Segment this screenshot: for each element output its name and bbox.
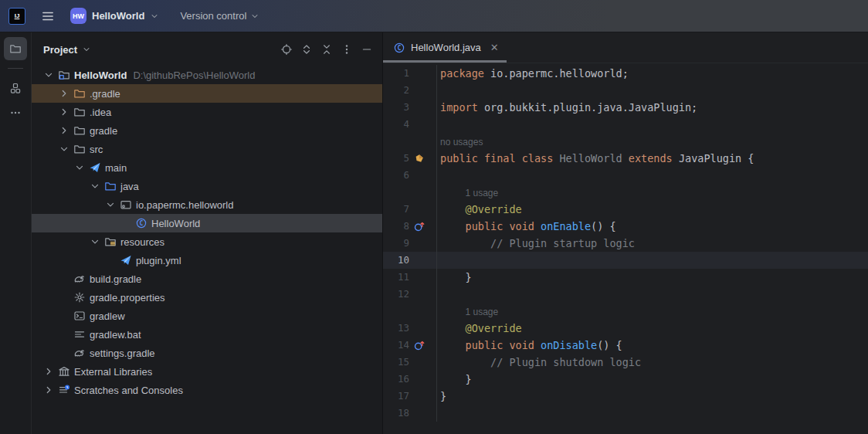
- tree-item-build-gradle[interactable]: build.gradle: [32, 270, 382, 288]
- code-line-13[interactable]: 13 @Override: [383, 320, 868, 337]
- chevron-right-icon[interactable]: [56, 106, 72, 118]
- tree-item-plugin-yml[interactable]: plugin.yml: [32, 251, 382, 270]
- chevron-down-icon[interactable]: [41, 69, 56, 81]
- inlay-hint-row[interactable]: 1 usage: [383, 303, 868, 320]
- line-number[interactable]: 9: [383, 235, 409, 252]
- gutter-gap: [428, 286, 436, 303]
- code-line-14[interactable]: 14 public void onDisable() {: [383, 337, 868, 354]
- code-line-12[interactable]: 12: [383, 286, 868, 303]
- code-line-16[interactable]: 16 }: [383, 371, 868, 388]
- tree-item-label: gradlew.bat: [90, 329, 141, 341]
- code-line-8[interactable]: 8 public void onEnable() {: [383, 218, 868, 235]
- locate-button[interactable]: [280, 43, 293, 56]
- tree-item-gradle-properties[interactable]: gradle.properties: [32, 288, 382, 307]
- line-number[interactable]: 10: [383, 252, 409, 269]
- code-line-2[interactable]: 2: [383, 82, 868, 99]
- main-area: Project HelloWorldD:\githubRePos\HelloWo…: [0, 32, 868, 434]
- line-number[interactable]: 18: [383, 405, 409, 422]
- tool-window-button-project[interactable]: [4, 37, 27, 60]
- code-line-17[interactable]: 17}: [383, 388, 868, 405]
- tree-item-idea[interactable]: .idea: [32, 103, 382, 121]
- code-editor[interactable]: 1package io.papermc.helloworld;23import …: [383, 63, 868, 434]
- code-line-7[interactable]: 7 @Override: [383, 201, 868, 218]
- code-text: [436, 167, 868, 184]
- overrides-method-gutter-icon[interactable]: [411, 218, 428, 235]
- code-line-3[interactable]: 3import org.bukkit.plugin.java.JavaPlugi…: [383, 99, 868, 116]
- tree-item-gradlew-bat[interactable]: gradlew.bat: [32, 325, 382, 344]
- code-line-1[interactable]: 1package io.papermc.helloworld;: [383, 65, 868, 82]
- tree-item-gradle[interactable]: .gradle: [32, 84, 382, 103]
- line-number[interactable]: 11: [383, 269, 409, 286]
- tree-item-gradle[interactable]: gradle: [32, 121, 382, 140]
- inlay-hint-row[interactable]: 1 usage: [383, 184, 868, 201]
- code-text: }: [436, 269, 868, 286]
- code-line-4[interactable]: 4: [383, 116, 868, 133]
- chevron-right-icon[interactable]: [41, 365, 56, 378]
- chevron-down-icon[interactable]: [72, 161, 87, 174]
- line-number[interactable]: 8: [383, 218, 409, 235]
- line-number[interactable]: 14: [383, 337, 409, 354]
- chevron-right-icon[interactable]: [41, 384, 56, 396]
- line-number[interactable]: 6: [383, 167, 409, 184]
- line-number[interactable]: 15: [383, 354, 409, 371]
- tree-item-src[interactable]: src: [32, 140, 382, 158]
- project-widget[interactable]: HW HelloWorld: [70, 8, 159, 24]
- line-number[interactable]: 12: [383, 286, 409, 303]
- overrides-method-gutter-icon[interactable]: [411, 337, 428, 354]
- line-number[interactable]: 2: [383, 82, 409, 99]
- code-line-18[interactable]: 18: [383, 405, 868, 422]
- code-line-5[interactable]: 5public final class HelloWorld extends J…: [383, 150, 868, 167]
- code-line-10[interactable]: 10: [383, 252, 868, 269]
- code-text: [436, 286, 868, 303]
- tab-helloworld-java[interactable]: C HelloWorld.java ✕: [383, 32, 507, 63]
- line-number[interactable]: 17: [383, 388, 409, 405]
- chevron-right-icon[interactable]: [56, 124, 72, 137]
- code-line-15[interactable]: 15 // Plugin shutdown logic: [383, 354, 868, 371]
- line-number[interactable]: 5: [383, 150, 409, 167]
- tree-item-resources[interactable]: resources: [32, 232, 382, 251]
- tree-item-external-libraries[interactable]: External Libraries: [32, 362, 382, 381]
- gutter-spacer: [411, 133, 428, 150]
- chevron-down-icon: [250, 12, 259, 21]
- line-number[interactable]: 13: [383, 320, 409, 337]
- chevron-down-icon[interactable]: [87, 236, 103, 248]
- tree-item-helloworld[interactable]: CHelloWorld: [32, 214, 382, 232]
- tree-item-label: gradlew: [90, 310, 125, 322]
- chevron-down-icon[interactable]: [87, 180, 103, 192]
- tab-label: HelloWorld.java: [411, 42, 481, 53]
- tool-window-button-structure[interactable]: [4, 76, 27, 100]
- line-number[interactable]: 7: [383, 201, 409, 218]
- line-number[interactable]: 16: [383, 371, 409, 388]
- code-line-6[interactable]: 6: [383, 167, 868, 184]
- code-line-11[interactable]: 11 }: [383, 269, 868, 286]
- gutter-spacer: [411, 371, 428, 388]
- line-number[interactable]: 4: [383, 116, 409, 133]
- tool-window-button-more-tool-windows[interactable]: [4, 101, 27, 124]
- tree-item-io-papermc-helloworld[interactable]: io.papermc.helloworld: [32, 195, 382, 214]
- inlay-hint-row[interactable]: no usages: [383, 133, 868, 150]
- tree-item-helloworld[interactable]: HelloWorldD:\githubRePos\HelloWorld: [32, 66, 382, 84]
- gutter-gap: [428, 337, 436, 354]
- tree-item-gradlew[interactable]: gradlew: [32, 307, 382, 325]
- line-number[interactable]: 1: [383, 65, 409, 82]
- hide-button[interactable]: [361, 43, 373, 56]
- expand-all-button[interactable]: [300, 43, 313, 56]
- line-number[interactable]: 3: [383, 99, 409, 116]
- close-icon[interactable]: ✕: [490, 42, 499, 53]
- project-view-selector[interactable]: Project: [43, 44, 91, 56]
- chevron-down-icon[interactable]: [56, 143, 72, 155]
- tree-item-java[interactable]: java: [32, 177, 382, 195]
- code-line-9[interactable]: 9 // Plugin startup logic: [383, 235, 868, 252]
- tree-item-main[interactable]: main: [32, 158, 382, 177]
- folder-icon: [9, 42, 22, 55]
- minecraft-plugin-gutter-icon[interactable]: [411, 150, 428, 167]
- chevron-down-icon[interactable]: [103, 198, 118, 211]
- collapse-all-button[interactable]: [320, 43, 333, 56]
- main-menu-icon[interactable]: [39, 7, 57, 25]
- version-control-widget[interactable]: Version control: [180, 10, 259, 22]
- tree-item-scratches-and-consoles[interactable]: Scratches and Consoles: [32, 381, 382, 399]
- chevron-right-icon[interactable]: [56, 87, 72, 100]
- options-button[interactable]: [341, 43, 353, 56]
- gear-icon: [72, 291, 87, 303]
- tree-item-settings-gradle[interactable]: settings.gradle: [32, 344, 382, 362]
